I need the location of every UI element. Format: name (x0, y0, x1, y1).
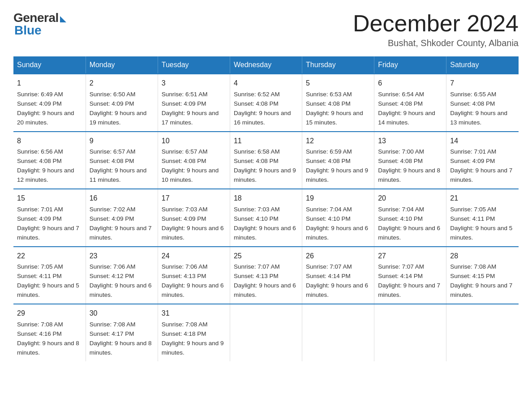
day-daylight: Daylight: 9 hours and 7 minutes. (450, 282, 512, 298)
day-daylight: Daylight: 9 hours and 9 minutes. (306, 167, 368, 183)
logo-arrow-icon (60, 16, 66, 22)
day-sunrise: Sunrise: 7:07 AM (378, 263, 424, 270)
day-cell (302, 304, 374, 361)
day-sunrise: Sunrise: 7:02 AM (90, 206, 136, 213)
week-row-1: 1Sunrise: 6:49 AMSunset: 4:09 PMDaylight… (13, 74, 519, 131)
day-number: 9 (90, 136, 154, 147)
column-header-saturday: Saturday (446, 56, 519, 74)
day-sunset: Sunset: 4:12 PM (90, 273, 134, 279)
day-cell: 26Sunrise: 7:07 AMSunset: 4:14 PMDayligh… (302, 247, 374, 304)
day-cell: 12Sunrise: 6:59 AMSunset: 4:08 PMDayligh… (302, 132, 374, 189)
day-number: 14 (450, 136, 515, 147)
day-daylight: Daylight: 9 hours and 5 minutes. (450, 225, 512, 241)
day-cell: 30Sunrise: 7:08 AMSunset: 4:17 PMDayligh… (86, 304, 158, 361)
day-sunrise: Sunrise: 7:07 AM (234, 263, 280, 270)
day-daylight: Daylight: 9 hours and 7 minutes. (378, 282, 440, 298)
day-cell: 27Sunrise: 7:07 AMSunset: 4:14 PMDayligh… (374, 247, 446, 304)
day-sunset: Sunset: 4:09 PM (162, 100, 206, 107)
day-daylight: Daylight: 9 hours and 15 minutes. (306, 110, 363, 126)
day-daylight: Daylight: 9 hours and 19 minutes. (90, 110, 147, 126)
day-sunrise: Sunrise: 6:52 AM (234, 91, 280, 98)
day-cell (230, 304, 302, 361)
day-cell: 10Sunrise: 6:57 AMSunset: 4:08 PMDayligh… (158, 132, 230, 189)
day-sunrise: Sunrise: 7:01 AM (17, 206, 63, 213)
day-cell: 25Sunrise: 7:07 AMSunset: 4:13 PMDayligh… (230, 247, 302, 304)
day-number: 28 (450, 251, 515, 262)
day-number: 11 (234, 136, 298, 147)
day-cell (446, 304, 519, 361)
day-daylight: Daylight: 9 hours and 7 minutes. (90, 225, 152, 241)
day-sunrise: Sunrise: 7:08 AM (90, 321, 136, 328)
day-daylight: Daylight: 9 hours and 16 minutes. (234, 110, 291, 126)
day-sunset: Sunset: 4:08 PM (17, 158, 62, 164)
day-number: 20 (378, 193, 442, 204)
day-cell: 3Sunrise: 6:51 AMSunset: 4:09 PMDaylight… (158, 74, 230, 131)
day-sunset: Sunset: 4:18 PM (162, 330, 206, 337)
column-header-monday: Monday (86, 56, 158, 74)
day-sunrise: Sunrise: 6:55 AM (450, 91, 496, 98)
day-number: 31 (162, 308, 226, 319)
day-sunrise: Sunrise: 6:59 AM (306, 148, 352, 155)
day-cell: 31Sunrise: 7:08 AMSunset: 4:18 PMDayligh… (158, 304, 230, 361)
day-cell: 13Sunrise: 7:00 AMSunset: 4:08 PMDayligh… (374, 132, 446, 189)
day-number: 4 (234, 78, 298, 89)
calendar-table: SundayMondayTuesdayWednesdayThursdayFrid… (13, 56, 519, 361)
day-sunset: Sunset: 4:16 PM (17, 330, 62, 337)
day-daylight: Daylight: 9 hours and 11 minutes. (90, 167, 147, 183)
day-sunrise: Sunrise: 6:58 AM (234, 148, 280, 155)
day-sunrise: Sunrise: 7:06 AM (90, 263, 136, 270)
column-header-thursday: Thursday (302, 56, 374, 74)
day-sunrise: Sunrise: 7:06 AM (162, 263, 208, 270)
day-sunset: Sunset: 4:10 PM (378, 215, 423, 222)
day-sunset: Sunset: 4:08 PM (162, 158, 206, 164)
day-number: 16 (90, 193, 154, 204)
day-daylight: Daylight: 9 hours and 10 minutes. (162, 167, 219, 183)
day-sunset: Sunset: 4:08 PM (234, 100, 279, 107)
day-sunset: Sunset: 4:09 PM (90, 215, 134, 222)
day-sunrise: Sunrise: 6:56 AM (17, 148, 63, 155)
day-daylight: Daylight: 9 hours and 6 minutes. (306, 225, 368, 241)
day-sunset: Sunset: 4:09 PM (90, 100, 134, 107)
day-sunset: Sunset: 4:10 PM (234, 215, 279, 222)
day-number: 10 (162, 136, 226, 147)
day-sunset: Sunset: 4:08 PM (234, 158, 279, 164)
day-sunset: Sunset: 4:13 PM (234, 273, 279, 279)
day-cell: 14Sunrise: 7:01 AMSunset: 4:09 PMDayligh… (446, 132, 519, 189)
day-cell (374, 304, 446, 361)
day-sunset: Sunset: 4:13 PM (162, 273, 206, 279)
day-sunset: Sunset: 4:08 PM (306, 100, 351, 107)
day-daylight: Daylight: 9 hours and 14 minutes. (378, 110, 435, 126)
day-daylight: Daylight: 9 hours and 6 minutes. (378, 225, 440, 241)
column-header-friday: Friday (374, 56, 446, 74)
day-number: 1 (17, 78, 82, 89)
day-sunrise: Sunrise: 7:04 AM (378, 206, 424, 213)
day-sunrise: Sunrise: 6:49 AM (17, 91, 63, 98)
day-sunset: Sunset: 4:08 PM (378, 100, 423, 107)
day-daylight: Daylight: 9 hours and 13 minutes. (450, 110, 507, 126)
day-cell: 8Sunrise: 6:56 AMSunset: 4:08 PMDaylight… (13, 132, 86, 189)
day-number: 8 (17, 136, 82, 147)
day-daylight: Daylight: 9 hours and 6 minutes. (162, 282, 224, 298)
day-number: 17 (162, 193, 226, 204)
day-sunrise: Sunrise: 6:53 AM (306, 91, 352, 98)
day-sunset: Sunset: 4:08 PM (378, 158, 423, 164)
day-daylight: Daylight: 9 hours and 6 minutes. (162, 225, 224, 241)
day-number: 13 (378, 136, 442, 147)
day-daylight: Daylight: 9 hours and 7 minutes. (450, 167, 512, 183)
day-cell: 19Sunrise: 7:04 AMSunset: 4:10 PMDayligh… (302, 189, 374, 246)
day-number: 19 (306, 193, 370, 204)
column-header-wednesday: Wednesday (230, 56, 302, 74)
day-cell: 7Sunrise: 6:55 AMSunset: 4:08 PMDaylight… (446, 74, 519, 131)
day-sunset: Sunset: 4:15 PM (450, 273, 495, 279)
day-cell: 16Sunrise: 7:02 AMSunset: 4:09 PMDayligh… (86, 189, 158, 246)
logo-blue-text: Blue (14, 23, 42, 38)
day-number: 5 (306, 78, 370, 89)
day-daylight: Daylight: 9 hours and 7 minutes. (17, 225, 79, 241)
day-cell: 4Sunrise: 6:52 AMSunset: 4:08 PMDaylight… (230, 74, 302, 131)
week-row-4: 22Sunrise: 7:05 AMSunset: 4:11 PMDayligh… (13, 247, 519, 304)
day-sunrise: Sunrise: 6:57 AM (162, 148, 208, 155)
day-daylight: Daylight: 9 hours and 6 minutes. (90, 282, 152, 298)
day-daylight: Daylight: 9 hours and 8 minutes. (17, 340, 79, 356)
day-sunrise: Sunrise: 6:51 AM (162, 91, 208, 98)
day-sunrise: Sunrise: 7:04 AM (306, 206, 352, 213)
